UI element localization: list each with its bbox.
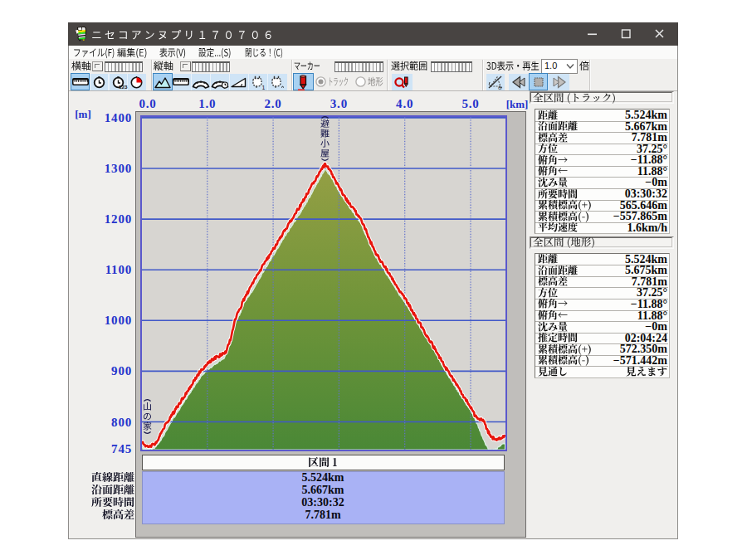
svg-text:123: 123 xyxy=(119,84,128,90)
svg-text:1: 1 xyxy=(262,85,266,90)
svg-text:O: O xyxy=(498,85,502,90)
